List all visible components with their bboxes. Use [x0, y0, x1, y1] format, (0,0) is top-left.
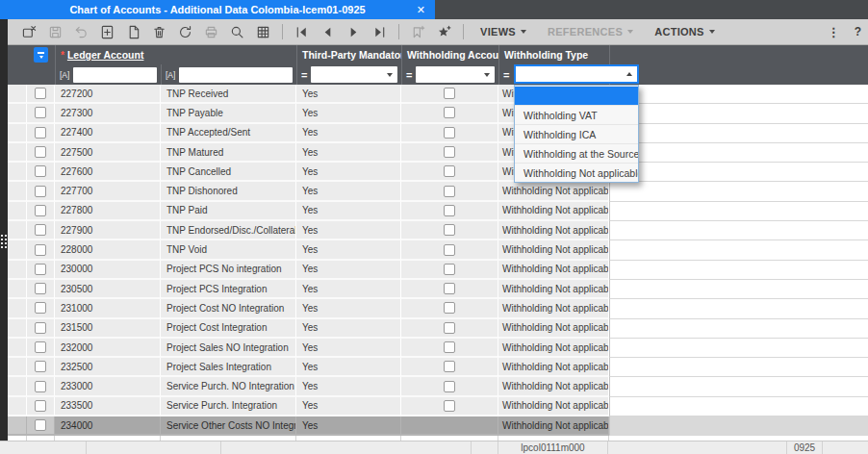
filter-filler — [609, 64, 868, 85]
row-filler — [609, 104, 868, 123]
column-header-ledger-account[interactable]: * Ledger Account — [55, 45, 296, 64]
actions-menu[interactable]: ACTIONS — [654, 26, 715, 38]
row-checkbox[interactable] — [35, 244, 46, 256]
row-checkbox[interactable] — [35, 186, 46, 197]
table-row[interactable]: 233500 Service Purch. Integration Yes Wi… — [8, 397, 868, 416]
row-checkbox[interactable] — [35, 165, 46, 177]
close-icon[interactable]: ✕ — [417, 0, 425, 19]
nav-first-icon[interactable] — [289, 21, 315, 42]
row-checkbox[interactable] — [35, 107, 46, 118]
column-header-third-party[interactable]: Third-Party Mandatory — [296, 45, 401, 64]
row-checkbox[interactable] — [35, 283, 46, 294]
third-party-filter-select[interactable] — [311, 66, 397, 83]
row-checkbox[interactable] — [35, 146, 46, 158]
row-checkbox[interactable] — [35, 400, 46, 412]
withholding-account-checkbox[interactable] — [444, 302, 455, 314]
row-checkbox[interactable] — [35, 302, 46, 314]
withholding-account-checkbox[interactable] — [444, 186, 455, 197]
nav-next-icon[interactable] — [341, 21, 367, 42]
withholding-account-checkbox[interactable] — [444, 205, 455, 216]
table-row[interactable]: 228000 TNP Void Yes Withholding Not appl… — [8, 240, 868, 260]
third-party-mandatory-cell: Yes — [296, 358, 401, 377]
help-icon[interactable]: ? — [855, 25, 861, 38]
row-checkbox[interactable] — [35, 264, 46, 275]
nav-prev-icon[interactable] — [315, 21, 341, 42]
table-row[interactable]: 227900 TNP Endorsed/Disc./Collateral Yes… — [8, 221, 868, 240]
withholding-account-checkbox[interactable] — [444, 361, 455, 372]
dropdown-option[interactable]: Withholding Not applicable — [515, 163, 638, 182]
table-row[interactable]: 231000 Project Cost NO Integration Yes W… — [8, 299, 868, 318]
delete-icon[interactable] — [146, 21, 172, 42]
bookmark-icon[interactable] — [405, 21, 431, 42]
grid-icon[interactable] — [250, 21, 276, 42]
table-row[interactable]: 232000 Project Sales NO Integration Yes … — [8, 339, 868, 358]
dropdown-option[interactable] — [515, 86, 638, 105]
ledger-desc-filter-input[interactable] — [179, 67, 293, 83]
panel-splitter[interactable] — [0, 19, 8, 441]
column-header-withholding-account[interactable]: Withholding Account — [401, 45, 498, 64]
withholding-account-checkbox[interactable] — [444, 283, 455, 294]
table-row[interactable]: 233000 Service Purch. NO Integration Yes… — [8, 377, 868, 396]
withholding-account-checkbox[interactable] — [444, 88, 455, 99]
table-row[interactable]: 232500 Project Sales Integration Yes Wit… — [8, 358, 868, 377]
select-all-toggle[interactable] — [34, 47, 48, 63]
row-checkbox[interactable] — [35, 127, 46, 139]
table-row[interactable]: 230500 Project PCS Integration Yes Withh… — [8, 280, 868, 299]
table-row[interactable]: 227600 TNP Cancelled Yes Withholding Not… — [8, 163, 868, 182]
withholding-account-checkbox[interactable] — [444, 381, 455, 392]
undo-icon[interactable] — [68, 21, 94, 42]
withholding-account-checkbox[interactable] — [444, 400, 455, 412]
row-filler — [609, 240, 868, 260]
table-row[interactable]: 227700 TNP Dishonored Yes Withholding No… — [8, 182, 868, 201]
nav-last-icon[interactable] — [367, 21, 393, 42]
refresh-icon[interactable] — [172, 21, 198, 42]
column-header-withholding-type[interactable]: Withholding Type — [498, 45, 609, 64]
row-select-cell — [27, 397, 55, 416]
withholding-account-checkbox[interactable] — [444, 165, 455, 177]
withholding-account-checkbox[interactable] — [444, 322, 455, 334]
save-icon[interactable] — [42, 21, 68, 42]
dropdown-option[interactable]: Withholding at the Source — [515, 143, 638, 163]
favorite-icon[interactable] — [431, 21, 457, 42]
new-icon[interactable] — [94, 21, 120, 42]
row-checkbox[interactable] — [35, 361, 46, 372]
withholding-type-filter-select[interactable] — [514, 64, 639, 84]
table-row[interactable]: 227800 TNP Paid Yes Withholding Not appl… — [8, 202, 868, 221]
table-row[interactable]: 227200 TNP Received Yes Withholding Not … — [8, 85, 868, 104]
table-row[interactable]: 234000 Service Other Costs NO Integr. Ye… — [8, 416, 868, 436]
table-row[interactable]: 231500 Project Cost Integration Yes With… — [8, 319, 868, 339]
withholding-account-checkbox[interactable] — [444, 146, 455, 158]
row-checkbox[interactable] — [35, 205, 46, 216]
withholding-account-checkbox[interactable] — [444, 264, 455, 275]
toolbar-divider — [463, 24, 464, 39]
views-menu[interactable]: VIEWS — [480, 26, 526, 38]
table-row[interactable]: 230000 Project PCS No integration Yes Wi… — [8, 261, 868, 280]
withholding-account-checkbox[interactable] — [444, 107, 455, 118]
splitter-handle-icon[interactable] — [1, 235, 7, 248]
duplicate-icon[interactable] — [120, 21, 146, 42]
withholding-account-checkbox[interactable] — [444, 127, 455, 139]
row-checkbox[interactable] — [35, 88, 46, 99]
row-checkbox[interactable] — [35, 322, 46, 334]
ledger-account-desc-cell: Service Purch. NO Integration — [161, 377, 296, 396]
withholding-account-filter-select[interactable] — [416, 66, 495, 83]
withholding-account-checkbox[interactable] — [444, 341, 455, 353]
withholding-account-checkbox[interactable] — [444, 224, 455, 236]
table-row[interactable]: 227400 TNP Accepted/Sent Yes Withholding… — [8, 124, 868, 143]
dropdown-option[interactable]: Withholding VAT — [515, 105, 638, 124]
print-icon[interactable] — [198, 21, 224, 42]
window-tab[interactable]: Chart of Accounts - Additional Data Colo… — [0, 0, 435, 19]
withholding-type-cell: Withholding Not applicable — [498, 377, 609, 396]
save-close-icon[interactable] — [16, 21, 42, 42]
row-checkbox[interactable] — [35, 381, 46, 392]
withholding-account-checkbox[interactable] — [444, 244, 455, 256]
row-checkbox[interactable] — [35, 419, 46, 431]
table-row[interactable]: 227300 TNP Payable Yes Withholding Not a… — [8, 104, 868, 123]
dropdown-option[interactable]: Withholding ICA — [515, 124, 638, 143]
ledger-code-filter-input[interactable] — [73, 67, 157, 83]
find-icon[interactable] — [224, 21, 250, 42]
table-row[interactable]: 227500 TNP Matured Yes Withholding Not a… — [8, 143, 868, 163]
row-checkbox[interactable] — [35, 224, 46, 236]
row-checkbox[interactable] — [35, 341, 46, 353]
overflow-menu-icon[interactable]: ⋮ — [828, 25, 840, 39]
